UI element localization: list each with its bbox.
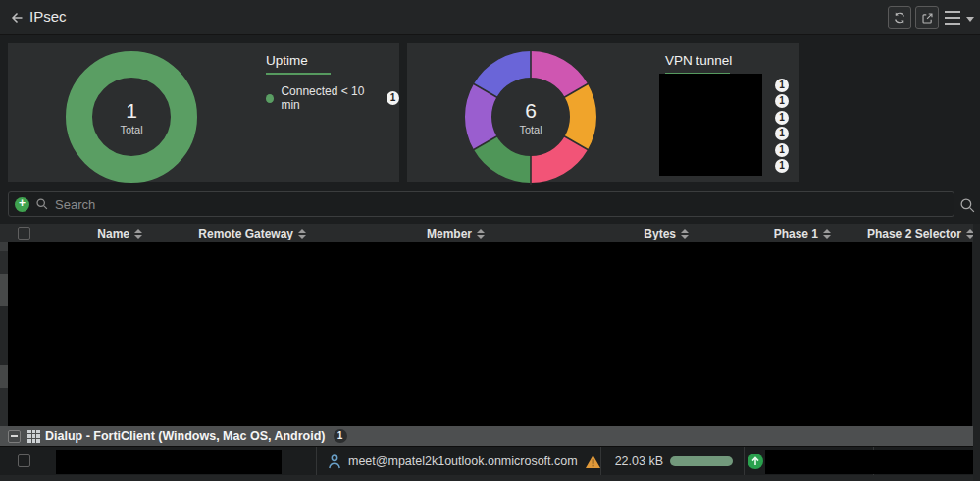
column-label: Remote Gateway	[198, 227, 293, 240]
vpn-legend-count-badge: 1	[775, 127, 789, 140]
search-input[interactable]	[55, 197, 948, 212]
column-label: Phase 1	[774, 227, 818, 240]
column-header-phase-2-selector[interactable]: Phase 2 Selector	[837, 224, 974, 242]
table-search-icon	[959, 197, 976, 214]
uptime-legend-underline	[266, 73, 331, 75]
table-group-row-dialup[interactable]: Dialup - FortiClient (Windows, Mac OS, A…	[0, 426, 973, 446]
back-button[interactable]	[6, 7, 27, 28]
bottom-strip	[0, 475, 980, 481]
table-search-button[interactable]	[957, 195, 977, 215]
external-link-icon	[921, 12, 934, 25]
member-cell: meet@mpatel2k1outlook.onmicrosoft.com	[328, 447, 601, 476]
group-row-count-badge: 1	[334, 429, 347, 443]
group-row-label: Dialup - FortiClient (Windows, Mac OS, A…	[45, 429, 326, 443]
vpn-tunnel-legend-badges: 111111	[775, 43, 789, 182]
add-filter-icon[interactable]: +	[15, 197, 29, 212]
table-row[interactable]: meet@mpatel2k1outlook.onmicrosoft.com 22…	[0, 446, 980, 475]
page-title: IPsec	[29, 8, 67, 25]
search-icon	[35, 197, 49, 211]
select-all-checkbox[interactable]	[18, 227, 30, 240]
vpn-tunnel-widget: 6 Total VPN tunnel 111111	[407, 43, 799, 182]
back-arrow-icon	[9, 10, 25, 26]
uptime-legend-title: Uptime	[266, 53, 399, 68]
column-label: Bytes	[644, 227, 676, 240]
sort-icon[interactable]	[298, 229, 306, 239]
column-label: Name	[97, 227, 129, 240]
dialup-tunnel-icon	[27, 430, 40, 443]
uptime-legend-dot	[266, 94, 274, 103]
uptime-donut-svg	[63, 48, 200, 186]
refresh-button[interactable]	[888, 6, 911, 29]
uptime-widget: 1 Total Uptime Connected < 10 min 1	[8, 43, 399, 182]
bytes-value: 22.03 kB	[598, 447, 663, 476]
tunnel-name-redaction	[56, 450, 282, 474]
vpn-tunnel-legend-title: VPN tunnel	[665, 53, 732, 68]
uptime-donut-ring	[79, 65, 184, 170]
sort-icon[interactable]	[134, 229, 142, 239]
user-icon	[328, 454, 341, 470]
bytes-bar	[670, 456, 733, 466]
search-bar[interactable]: +	[8, 191, 954, 217]
column-header-name[interactable]: Name	[39, 224, 142, 242]
member-email: meet@mpatel2k1outlook.onmicrosoft.com	[348, 454, 578, 468]
column-header-phase-1[interactable]: Phase 1	[696, 224, 831, 242]
row-checkbox[interactable]	[18, 454, 30, 467]
table-body	[0, 242, 980, 426]
phase1-name-redaction	[765, 450, 977, 474]
vpn-legend-count-badge: 1	[775, 143, 789, 157]
table-body-redaction	[8, 242, 972, 426]
vpn-legend-count-badge: 1	[775, 79, 789, 92]
sort-icon[interactable]	[477, 229, 485, 239]
uptime-legend-label: Connected < 10 min	[281, 84, 380, 112]
sort-icon[interactable]	[823, 229, 831, 239]
menu-caret-icon[interactable]	[966, 17, 974, 22]
column-header-remote-gateway[interactable]: Remote Gateway	[147, 224, 306, 242]
vpn-legend-count-badge: 1	[775, 94, 789, 108]
vertical-scrollbar[interactable]	[973, 224, 980, 481]
vpn-tunnel-donut-svg	[462, 48, 599, 186]
vpn-tunnel-donut-chart[interactable]: 6 Total	[462, 48, 599, 186]
menu-button[interactable]	[945, 11, 960, 25]
column-header-bytes[interactable]: Bytes	[490, 224, 689, 242]
top-bar: IPsec	[0, 0, 980, 35]
uptime-legend-item[interactable]: Connected < 10 min 1	[266, 84, 399, 112]
phase1-up-icon[interactable]	[748, 454, 763, 469]
vpn-legend-count-badge: 1	[775, 111, 789, 125]
collapse-group-icon[interactable]	[8, 430, 21, 443]
open-in-new-window-button[interactable]	[915, 6, 939, 29]
vpn-tunnel-legend-redaction	[659, 74, 762, 176]
column-header-member[interactable]: Member	[314, 224, 485, 242]
ipsec-monitor-page: IPsec 1 Total	[0, 0, 980, 481]
table-header: Name Remote Gateway Member Bytes Phase 1…	[0, 224, 980, 242]
sort-icon[interactable]	[681, 229, 689, 239]
uptime-legend: Uptime Connected < 10 min 1	[266, 53, 399, 112]
vpn-tunnel-legend: VPN tunnel	[665, 53, 732, 75]
column-label: Member	[427, 227, 472, 240]
refresh-icon	[893, 11, 906, 25]
uptime-legend-count-badge: 1	[387, 91, 399, 105]
vpn-legend-count-badge: 1	[775, 159, 789, 173]
column-label: Phase 2 Selector	[867, 227, 961, 240]
uptime-donut-chart[interactable]: 1 Total	[63, 48, 200, 186]
